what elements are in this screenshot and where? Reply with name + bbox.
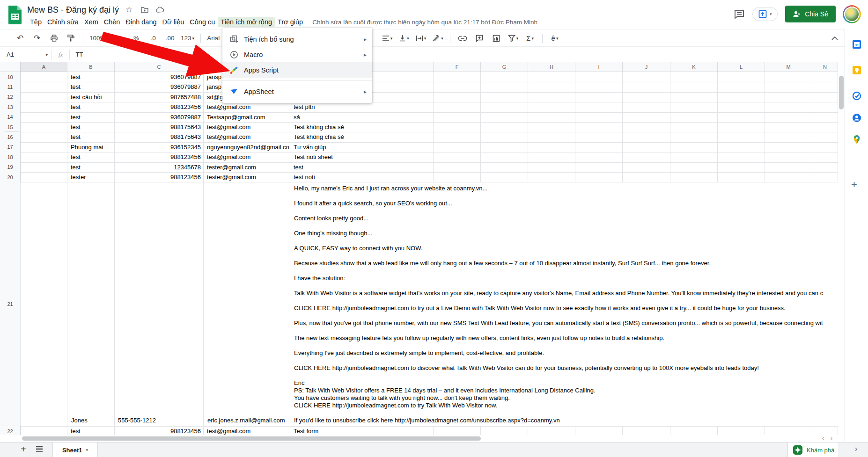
column-header-C[interactable]: C xyxy=(115,62,204,72)
cell-M14[interactable] xyxy=(765,112,812,123)
cell-C14[interactable]: 936079887 xyxy=(115,112,204,123)
input-tools-button[interactable]: ê▾ xyxy=(548,32,562,44)
grid-corner[interactable] xyxy=(0,62,21,72)
cell-K20[interactable] xyxy=(670,172,718,182)
cell-J17[interactable] xyxy=(623,142,670,152)
cell-I13[interactable] xyxy=(575,102,623,112)
cell-B18[interactable]: test xyxy=(67,152,115,162)
document-title[interactable]: Mew BS - Đăng ký đại lý xyxy=(27,5,119,15)
cell-M13[interactable] xyxy=(765,102,812,112)
cell-N12[interactable] xyxy=(812,92,838,102)
cell-D15[interactable]: test@gmail.com xyxy=(204,122,290,132)
text-rotation-button[interactable]: ▾ xyxy=(431,32,445,44)
cell-B14[interactable]: test xyxy=(67,112,115,123)
cell-H19[interactable] xyxy=(528,162,575,173)
column-header-M[interactable]: M xyxy=(765,62,812,72)
cell-N13[interactable] xyxy=(812,102,838,112)
cell-L22[interactable] xyxy=(718,426,765,435)
cell-B13[interactable]: test xyxy=(67,102,115,112)
cell-J13[interactable] xyxy=(623,102,670,112)
cell-C13[interactable]: 988123456 xyxy=(115,102,204,112)
menu-định-dạng[interactable]: Định dạng xyxy=(123,17,159,27)
cell-F18[interactable] xyxy=(434,152,481,162)
cell-N14[interactable] xyxy=(812,112,838,123)
column-header-B[interactable]: B xyxy=(67,62,115,72)
cell-E20[interactable]: test noti xyxy=(290,172,434,182)
row-header-20[interactable]: 20 xyxy=(0,172,21,182)
horizontal-scrollbar[interactable]: ‹ › xyxy=(0,435,838,442)
cell-A20[interactable] xyxy=(21,172,67,182)
cell-L15[interactable] xyxy=(718,122,765,132)
cell-D16[interactable]: test@gmail.com xyxy=(204,132,290,142)
cell-L20[interactable] xyxy=(718,172,765,182)
cell-B10[interactable]: test xyxy=(67,72,115,82)
cell-K13[interactable] xyxy=(670,102,718,112)
insert-comment-icon[interactable] xyxy=(472,32,486,44)
cell-E17[interactable]: Tư vấn giúp xyxy=(290,142,434,152)
cell-G20[interactable] xyxy=(481,172,528,182)
cell-B11[interactable]: test xyxy=(67,82,115,92)
cell-D17[interactable]: nguyennguyen82nd@gmail.co xyxy=(204,142,290,152)
print-icon[interactable] xyxy=(47,32,61,44)
cell-H14[interactable] xyxy=(528,112,575,123)
cell-L12[interactable] xyxy=(718,92,765,102)
cell-I18[interactable] xyxy=(575,152,623,162)
cell-L10[interactable] xyxy=(718,72,765,82)
cell-J18[interactable] xyxy=(623,152,670,162)
cell-B17[interactable]: Phuong mai xyxy=(67,142,115,152)
get-addons-icon[interactable]: + xyxy=(851,179,857,191)
add-sheet-button[interactable]: + xyxy=(21,444,26,455)
cell-H16[interactable] xyxy=(528,132,575,142)
cell-F12[interactable] xyxy=(434,92,481,102)
column-header-H[interactable]: H xyxy=(528,62,575,72)
avatar[interactable] xyxy=(843,6,861,23)
cell-F13[interactable] xyxy=(434,102,481,112)
expand-rail-icon[interactable]: › xyxy=(855,445,857,453)
cell-J19[interactable] xyxy=(623,162,670,173)
cell-G17[interactable] xyxy=(481,142,528,152)
cell-C16[interactable]: 988175643 xyxy=(115,132,204,142)
cell-A15[interactable] xyxy=(21,122,67,132)
cell-G11[interactable] xyxy=(481,82,528,92)
row-header-13[interactable]: 13 xyxy=(0,102,21,112)
cell-A12[interactable] xyxy=(21,92,67,102)
insert-link-icon[interactable] xyxy=(456,32,470,44)
row-header-14[interactable]: 14 xyxy=(0,112,21,123)
cell-M19[interactable] xyxy=(765,162,812,173)
cell-D20[interactable]: tester@gmail.com xyxy=(204,172,290,182)
cell-F20[interactable] xyxy=(434,172,481,182)
increase-decimal-button[interactable]: .00 xyxy=(163,32,177,44)
ext-menu-item-tiện-ích-bổ-sung[interactable]: Tiện ích bổ sung▸ xyxy=(222,31,372,47)
cell-H10[interactable] xyxy=(528,72,575,82)
cell-J12[interactable] xyxy=(623,92,670,102)
cell-C12[interactable]: 987657488 xyxy=(115,92,204,102)
cell-B15[interactable]: test xyxy=(67,122,115,132)
redo-icon[interactable]: ↷ xyxy=(30,32,44,44)
column-header-G[interactable]: G xyxy=(481,62,528,72)
cell-N16[interactable] xyxy=(812,132,838,142)
cell-J22[interactable] xyxy=(623,426,670,435)
cell-G10[interactable] xyxy=(481,72,528,82)
column-header-I[interactable]: I xyxy=(575,62,623,72)
undo-icon[interactable]: ↶ xyxy=(13,32,27,44)
cell-G16[interactable] xyxy=(481,132,528,142)
cell-M12[interactable] xyxy=(765,92,812,102)
collapse-toolbar-icon[interactable] xyxy=(829,32,841,44)
cell-A10[interactable] xyxy=(21,72,67,82)
cell-D22[interactable]: test@gmail.com xyxy=(204,426,290,435)
share-button[interactable]: Chia Sẻ xyxy=(785,6,836,22)
cell-C11[interactable]: 936079887 xyxy=(115,82,204,92)
insert-chart-icon[interactable] xyxy=(489,32,503,44)
cell-G14[interactable] xyxy=(481,112,528,123)
decrease-decimal-button[interactable]: .0 xyxy=(146,32,160,44)
column-header-A[interactable]: A xyxy=(21,62,67,72)
cell-L19[interactable] xyxy=(718,162,765,173)
cell-F14[interactable] xyxy=(434,112,481,123)
column-header-F[interactable]: F xyxy=(434,62,481,72)
keep-icon[interactable] xyxy=(852,65,861,75)
cell-L18[interactable] xyxy=(718,152,765,162)
cell-C21[interactable]: 555-555-1212 xyxy=(118,417,156,424)
tasks-icon[interactable] xyxy=(852,91,861,101)
cell-H11[interactable] xyxy=(528,82,575,92)
cell-E15[interactable]: Test không chia sẻ xyxy=(290,122,434,132)
